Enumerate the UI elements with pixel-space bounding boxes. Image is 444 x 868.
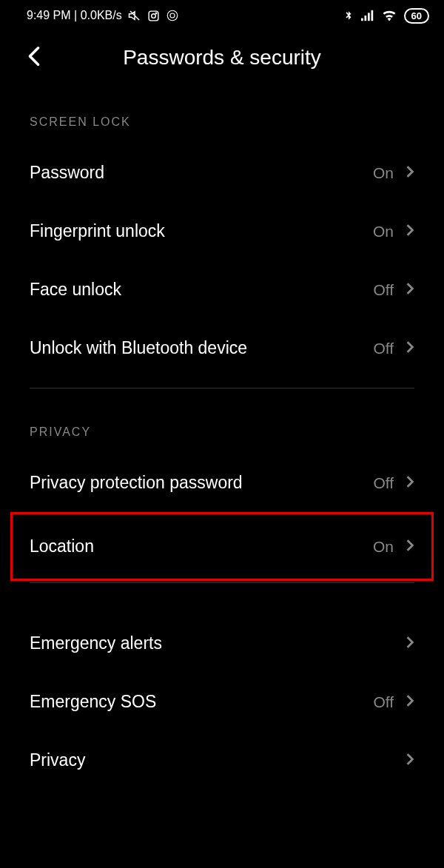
item-label: Face unlock: [30, 280, 121, 300]
svg-point-2: [155, 13, 156, 13]
item-label: Unlock with Bluetooth device: [30, 338, 247, 358]
settings-item-location[interactable]: Location On: [30, 514, 414, 579]
back-button[interactable]: [27, 46, 41, 70]
settings-item-emergency-alerts[interactable]: Emergency alerts: [30, 614, 414, 673]
item-value: Off: [373, 693, 394, 711]
status-bar-left: 9:49 PM | 0.0KB/s: [27, 9, 179, 22]
chevron-right-icon: [406, 753, 414, 769]
item-value: Off: [373, 474, 394, 492]
app-icon: [166, 9, 179, 22]
divider: [30, 582, 414, 583]
divider: [30, 388, 414, 388]
bluetooth-icon: [343, 9, 354, 22]
status-bar-right: 60: [343, 8, 429, 24]
svg-rect-6: [364, 16, 366, 21]
chevron-right-icon: [406, 165, 414, 181]
highlighted-location: Location On: [10, 512, 434, 581]
item-label: Privacy protection password: [30, 473, 243, 493]
settings-item-face-unlock[interactable]: Face unlock Off: [30, 260, 414, 319]
instagram-icon: [147, 10, 160, 22]
section-header-screen-lock: SCREEN LOCK: [30, 89, 414, 144]
status-time: 9:49 PM | 0.0KB/s: [27, 9, 122, 22]
settings-item-emergency-sos[interactable]: Emergency SOS Off: [30, 673, 414, 731]
wifi-icon: [382, 10, 397, 21]
item-label: Emergency alerts: [30, 633, 162, 653]
svg-point-3: [167, 10, 178, 21]
chevron-right-icon: [406, 694, 414, 710]
item-label: Privacy: [30, 750, 85, 770]
item-value: Off: [373, 340, 394, 357]
page-title: Passwords & security: [27, 46, 417, 70]
settings-item-privacy-password[interactable]: Privacy protection password Off: [30, 454, 414, 512]
item-value: Off: [373, 281, 394, 299]
item-value: On: [373, 164, 394, 182]
item-label: Emergency SOS: [30, 692, 156, 712]
settings-content: SCREEN LOCK Password On Fingerprint unlo…: [0, 89, 444, 790]
signal-icon: [361, 10, 374, 21]
settings-item-bluetooth-unlock[interactable]: Unlock with Bluetooth device Off: [30, 319, 414, 377]
chevron-right-icon: [406, 282, 414, 298]
chevron-right-icon: [406, 475, 414, 491]
item-label: Location: [30, 536, 94, 556]
svg-rect-7: [368, 13, 370, 21]
svg-rect-5: [361, 18, 363, 21]
item-label: Password: [30, 163, 104, 183]
mute-icon: [128, 9, 141, 22]
chevron-right-icon: [406, 223, 414, 240]
chevron-right-icon: [406, 636, 414, 652]
battery-indicator: 60: [404, 8, 429, 24]
section-header-privacy: PRIVACY: [30, 399, 414, 454]
item-value: On: [373, 538, 394, 556]
svg-point-4: [170, 13, 175, 18]
svg-rect-8: [371, 10, 373, 21]
settings-item-privacy[interactable]: Privacy: [30, 731, 414, 790]
svg-point-1: [151, 13, 155, 18]
settings-item-password[interactable]: Password On: [30, 144, 414, 202]
item-label: Fingerprint unlock: [30, 221, 165, 241]
item-value: On: [373, 223, 394, 240]
settings-item-fingerprint[interactable]: Fingerprint unlock On: [30, 202, 414, 260]
page-header: Passwords & security: [0, 31, 444, 89]
chevron-right-icon: [406, 539, 414, 555]
chevron-right-icon: [406, 340, 414, 357]
status-bar: 9:49 PM | 0.0KB/s 60: [0, 0, 444, 31]
